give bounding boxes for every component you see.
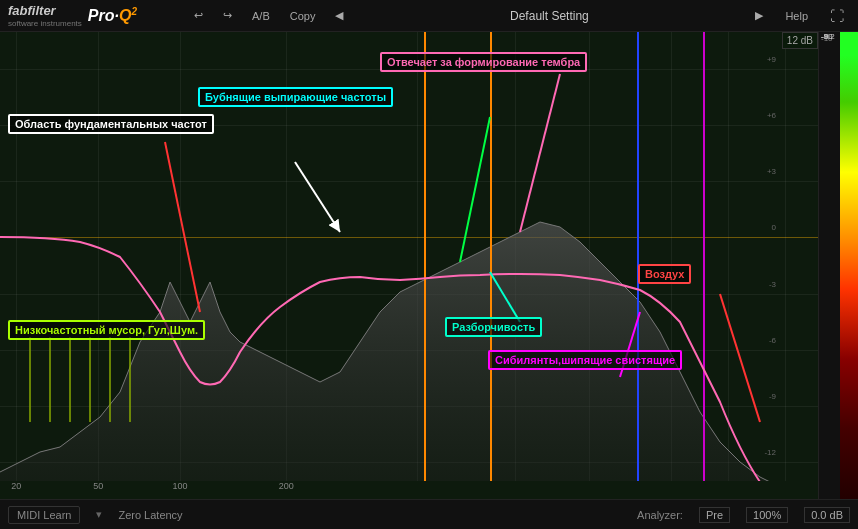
spectrum-svg xyxy=(0,32,818,499)
freq-box-1k[interactable]: 1k xyxy=(470,481,508,499)
freq-box-10k[interactable]: 10k xyxy=(683,481,728,499)
svg-line-5 xyxy=(460,117,490,262)
logo-text: fabfilter software instruments xyxy=(8,3,82,28)
freq-box-5k[interactable]: 5k xyxy=(630,481,668,499)
top-bar: fabfilter software instruments Pro·Q2 ↩ … xyxy=(0,0,858,32)
copy-button[interactable]: Copy xyxy=(284,8,322,24)
help-button[interactable]: Help xyxy=(777,8,816,24)
undo-button[interactable]: ↩ xyxy=(188,7,209,24)
eq-area[interactable]: +9 +6 +3 0 -3 -6 -9 -12 xyxy=(0,32,818,499)
top-controls: ↩ ↪ A/B Copy ◀ Default Setting ▶ Help ⛶ xyxy=(180,6,858,26)
analyzer-value[interactable]: Pre xyxy=(699,507,730,523)
product-logo: Pro·Q2 xyxy=(88,6,137,25)
annotation-timbre: Отвечает за формирование тембра xyxy=(380,52,587,72)
midi-learn-button[interactable]: MIDI Learn xyxy=(8,506,80,524)
svg-line-15 xyxy=(720,294,760,422)
next-preset-button[interactable]: ▶ xyxy=(749,7,769,24)
svg-line-4 xyxy=(295,162,340,232)
gain-value[interactable]: 0.0 dB xyxy=(804,507,850,523)
expand-button[interactable]: ⛶ xyxy=(824,6,850,26)
db-meter-bar xyxy=(840,32,858,499)
ab-button[interactable]: A/B xyxy=(246,8,276,24)
db-scale: -10 -20 -30 -40 -50 -60 -70 -80 -90 -9.2 xyxy=(818,32,858,499)
zero-latency-label: Zero Latency xyxy=(118,509,182,521)
freq-label-200: 200 xyxy=(279,485,294,495)
annotation-clarity: Разборчивость xyxy=(445,317,542,337)
bottom-bar: MIDI Learn ▾ Zero Latency 20 50 100 200 … xyxy=(0,499,858,529)
prev-preset-button[interactable]: ◀ xyxy=(329,7,349,24)
freq-label-20: 20 xyxy=(11,485,21,495)
analyzer-label: Analyzer: xyxy=(637,509,683,521)
annotation-low-noise: Низкочастотный мусор, Гул,Шум. xyxy=(8,320,205,340)
redo-button[interactable]: ↪ xyxy=(217,7,238,24)
db-top-box: 12 dB xyxy=(782,32,818,49)
annotation-fundamental: Область фундаментальных частот xyxy=(8,114,214,134)
freq-label-50: 50 xyxy=(93,485,103,495)
annotation-air: Воздух xyxy=(638,264,691,284)
svg-line-16 xyxy=(520,74,560,232)
freq-box-20k[interactable]: 20k xyxy=(736,481,786,499)
annotation-sibilants: Сибилянты,шипящие свистящие xyxy=(488,350,682,370)
zoom-value[interactable]: 100% xyxy=(746,507,788,523)
annotation-boomy: Бубнящие выпирающие частоты xyxy=(198,87,393,107)
db-top-value: -9.2 xyxy=(821,32,835,41)
freq-label-1k: 1k xyxy=(511,485,521,495)
freq-box-500[interactable]: 500 xyxy=(389,481,444,499)
freq-label-100: 100 xyxy=(172,485,187,495)
freq-box-2k[interactable]: 2k xyxy=(552,481,596,499)
preset-name: Default Setting xyxy=(357,9,741,23)
logo-area: fabfilter software instruments Pro·Q2 xyxy=(0,3,180,28)
